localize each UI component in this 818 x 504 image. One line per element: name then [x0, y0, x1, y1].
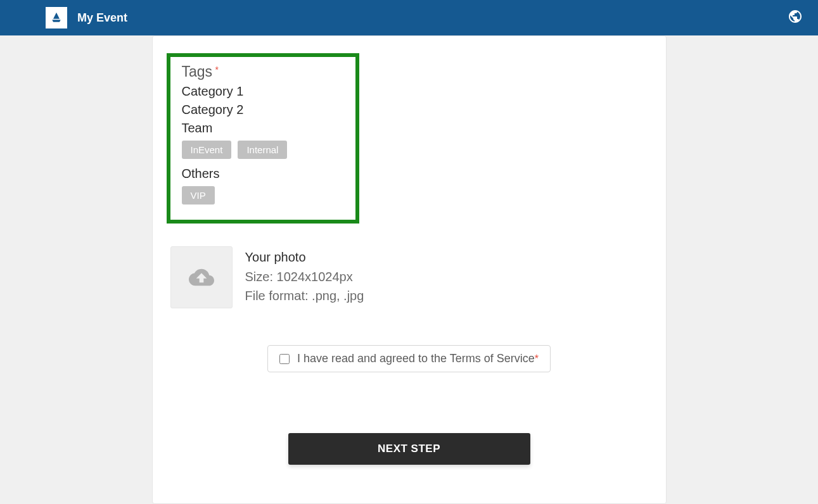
terms-row: I have read and agreed to the Terms of S… [170, 345, 648, 372]
button-row: NEXT STEP [170, 433, 648, 465]
tag-chip-inevent[interactable]: InEvent [182, 141, 232, 159]
language-button[interactable] [788, 9, 803, 27]
cloud-upload-icon [187, 265, 216, 290]
terms-checkbox[interactable] [279, 354, 290, 364]
app-logo[interactable] [46, 7, 67, 28]
upload-title: Your photo [245, 250, 364, 265]
header-left: My Event [46, 7, 127, 28]
tag-row: VIP [182, 186, 344, 205]
header-title: My Event [77, 11, 127, 25]
tags-label: Tags [182, 63, 213, 80]
photo-upload-button[interactable] [170, 246, 233, 308]
terms-of-service-box[interactable]: I have read and agreed to the Terms of S… [267, 345, 551, 372]
app-header: My Event [0, 0, 818, 35]
upload-info: Your photo Size: 1024x1024px File format… [245, 250, 364, 305]
tag-row: InEvent Internal [182, 141, 344, 159]
sailboat-icon [50, 11, 63, 24]
page-container: Tags * Category 1 Category 2 Team InEven… [0, 35, 818, 504]
next-step-button[interactable]: NEXT STEP [288, 433, 530, 465]
terms-text: I have read and agreed to the Terms of S… [297, 352, 535, 365]
tag-chip-internal[interactable]: Internal [238, 141, 287, 159]
globe-icon [788, 9, 803, 24]
tag-category-label: Team [182, 121, 344, 135]
photo-upload-section: Your photo Size: 1024x1024px File format… [170, 246, 648, 308]
upload-format: File format: .png, .jpg [245, 286, 364, 305]
tags-label-row: Tags * [182, 63, 344, 80]
form-card: Tags * Category 1 Category 2 Team InEven… [152, 35, 667, 504]
required-indicator: * [535, 353, 539, 364]
tag-chip-vip[interactable]: VIP [182, 186, 215, 205]
tag-category-label: Category 1 [182, 84, 344, 99]
required-indicator: * [215, 65, 219, 75]
upload-size: Size: 1024x1024px [245, 267, 364, 286]
tag-category-label: Category 2 [182, 103, 344, 117]
tag-category-label: Others [182, 167, 344, 181]
tags-section: Tags * Category 1 Category 2 Team InEven… [167, 53, 359, 224]
terms-label: I have read and agreed to the Terms of S… [297, 352, 539, 365]
